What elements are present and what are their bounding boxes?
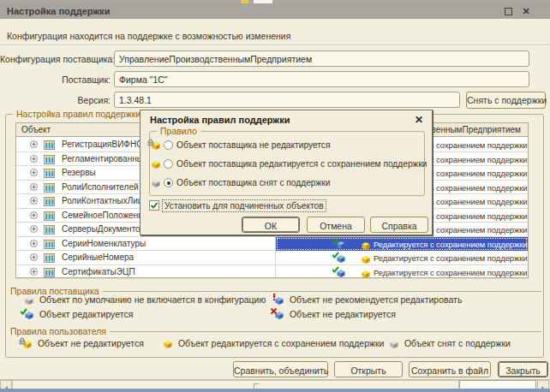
status-message: Конфигурация находится на поддержке с во…: [7, 31, 290, 41]
object-name: СерииНоменклатуры: [62, 239, 274, 248]
grey-cube-icon: [147, 177, 160, 187]
register-table-icon: [44, 140, 55, 151]
remove-support-button[interactable]: Снять с поддержки: [466, 92, 546, 109]
object-cell[interactable]: СертификатыЭЦП: [16, 265, 275, 279]
legend-item: Объект редактируется с сохранением подде…: [159, 338, 384, 348]
rule-cell[interactable]: Редактируется с сохранением поддержки: [276, 251, 528, 264]
expand-icon[interactable]: [30, 225, 38, 235]
checkbox-checked[interactable]: [149, 200, 159, 211]
radio-button-selected[interactable]: [164, 178, 173, 187]
dialog-title: Настройка правил поддержки: [150, 115, 290, 125]
background-strip: [0, 389, 550, 392]
cancel-button[interactable]: Отмена: [307, 217, 365, 233]
checkbox-label: Установить для подчиненных объектов: [162, 199, 326, 212]
lock-cube-icon: [19, 338, 32, 348]
expand-icon[interactable]: [30, 253, 38, 263]
rule-text: Редактируется с сохранением поддержки: [374, 240, 528, 249]
version-field[interactable]: 1.3.48.1: [114, 92, 460, 108]
legend-item: Объект не рекомендуется редактировать: [271, 294, 462, 305]
yellow-cube-icon: [357, 240, 370, 250]
expand-icon[interactable]: [30, 240, 38, 249]
support-rules-dialog: Настройка правил поддержки ✕ Правило Объ…: [140, 110, 433, 235]
object-cell[interactable]: СерийныеНомера: [16, 251, 275, 264]
table-row[interactable]: СерииНоменклатурыРедактируется с сохране…: [16, 237, 528, 252]
expand-icon[interactable]: [30, 140, 38, 150]
window-title: Настройка поддержки: [7, 6, 110, 16]
save-to-file-button[interactable]: Сохранить в файл: [409, 361, 491, 377]
rule-cell[interactable]: Редактируется с сохранением поддержки: [276, 265, 528, 279]
register-table-icon: [44, 182, 55, 194]
rule-text: Редактируется с сохранением поддержки: [374, 253, 528, 263]
locked-cube-icon: [271, 309, 284, 319]
grey-cube-icon: [386, 338, 398, 348]
radio-button[interactable]: [164, 140, 173, 150]
compare-merge-button[interactable]: Сравнить, объединить: [233, 361, 328, 377]
maximize-icon[interactable]: [505, 8, 512, 15]
table-row[interactable]: СертификатыЭЦПРедактируется с сохранение…: [16, 265, 528, 280]
radio-option[interactable]: Объект поставщика снят с поддержки: [147, 177, 330, 191]
expand-icon[interactable]: [30, 197, 38, 206]
version-label: Версия:: [0, 95, 111, 105]
radio-button[interactable]: [164, 159, 173, 169]
edited-cube-icon: [332, 252, 345, 263]
yellow-cube-icon: [357, 253, 370, 264]
yellow-cube-icon: [357, 268, 370, 278]
radio-option[interactable]: Объект поставщика редактируется с сохран…: [147, 158, 427, 172]
warning-cube-icon: [271, 294, 284, 305]
object-name: СертификатыЭЦП: [62, 267, 274, 276]
edited-cube-icon: [21, 309, 33, 319]
help-button[interactable]: Справка: [370, 217, 428, 233]
object-name: СерийныеНомера: [62, 252, 274, 262]
expand-icon[interactable]: [30, 211, 38, 221]
register-table-icon: [44, 211, 55, 223]
checkbox-row[interactable]: Установить для подчиненных объектов: [149, 200, 326, 214]
expand-icon[interactable]: [30, 169, 38, 178]
expand-icon[interactable]: [30, 183, 38, 193]
rule-text: Редактируется с сохранением поддержки: [374, 268, 528, 277]
lock-cube-icon: [147, 140, 160, 150]
vendor-field[interactable]: Фирма "1С": [114, 71, 529, 87]
edited-cube-icon: [332, 267, 345, 277]
register-table-icon: [44, 252, 55, 264]
separator: [0, 45, 550, 46]
register-table-icon: [44, 154, 55, 166]
register-table-icon: [44, 239, 55, 251]
vendor-label: Поставщик:: [0, 74, 111, 85]
vendor-config-label: Конфигурация поставщика:: [0, 54, 111, 64]
expand-icon[interactable]: [30, 268, 38, 277]
edited-cube-icon: [332, 239, 345, 249]
yellow-cube-icon: [159, 338, 172, 348]
register-table-icon: [44, 196, 55, 208]
legend-item: Объект по умолчанию не включается в конф…: [21, 294, 266, 305]
expand-icon[interactable]: [30, 155, 38, 164]
legend-item: Объект не редактируется: [19, 338, 144, 348]
grey-cube-icon: [21, 294, 33, 305]
screen: Настройка поддержки ✕ Конфигурация наход…: [0, 0, 550, 392]
open-button[interactable]: Открыть: [334, 361, 403, 377]
user-rules-caption: Правила пользователя: [10, 326, 541, 336]
dialog-close-icon[interactable]: ✕: [415, 114, 423, 126]
table-row[interactable]: СерийныеНомераРедактируется с сохранение…: [16, 251, 528, 265]
close-button[interactable]: Закрыть: [498, 361, 548, 377]
legend-item: Объект редактируется: [21, 309, 133, 319]
window-titlebar[interactable]: Настройка поддержки ✕: [0, 3, 550, 19]
radio-option[interactable]: Объект поставщика не редактируется: [147, 140, 330, 153]
close-icon[interactable]: ✕: [521, 6, 531, 16]
column-object[interactable]: Объект: [21, 125, 51, 134]
ok-button[interactable]: ОК: [242, 217, 300, 233]
vendor-config-field[interactable]: УправлениеПроизводственнымПредприятием: [114, 50, 529, 67]
legend-item: Объект не редактируется: [271, 309, 396, 319]
register-table-icon: [44, 224, 55, 236]
rule-groupbox-title: Правило: [157, 126, 200, 136]
register-table-icon: [44, 267, 55, 279]
register-table-icon: [44, 168, 55, 180]
legend-item: Объект снят с поддержки: [386, 338, 511, 348]
yellow-cube-icon: [147, 158, 160, 169]
rule-cell[interactable]: Редактируется с сохранением поддержки: [276, 237, 528, 251]
object-cell[interactable]: СерииНоменклатуры: [16, 237, 275, 251]
